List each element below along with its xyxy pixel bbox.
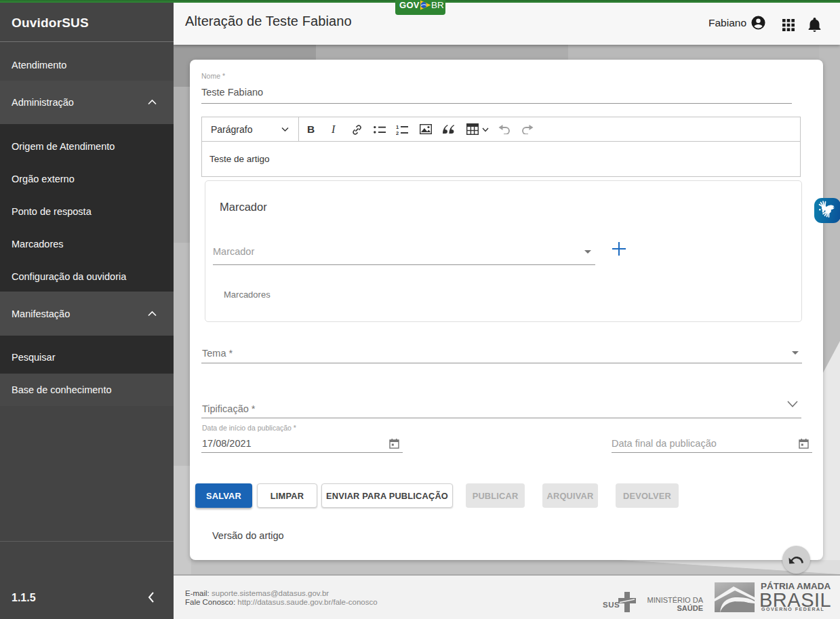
svg-text:2: 2 [396,130,399,136]
svg-text:B: B [307,123,315,135]
svg-text:I: I [331,123,336,135]
svg-text:1: 1 [396,124,399,130]
